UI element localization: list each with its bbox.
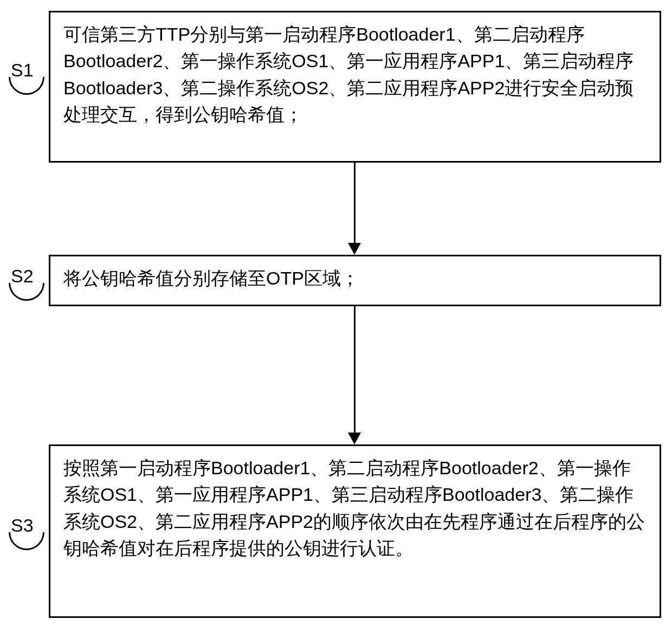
step-text-s3: 按照第一启动程序Bootloader1、第二启动程序Bootloader2、第一… xyxy=(63,457,645,558)
arrow-head-s1-s2 xyxy=(348,243,361,255)
step-arc-s1 xyxy=(9,77,44,95)
step-box-s1: 可信第三方TTP分别与第一启动程序Bootloader1、第二启动程序Bootl… xyxy=(49,11,661,163)
step-arc-s2 xyxy=(9,283,44,301)
step-box-s3: 按照第一启动程序Bootloader1、第二启动程序Bootloader2、第一… xyxy=(49,444,661,618)
step-arc-s3 xyxy=(9,532,44,550)
arrow-head-s2-s3 xyxy=(348,433,361,444)
step-text-s1: 可信第三方TTP分别与第一启动程序Bootloader1、第二启动程序Bootl… xyxy=(63,24,634,125)
flowchart-canvas: S1 可信第三方TTP分别与第一启动程序Bootloader1、第二启动程序Bo… xyxy=(0,0,672,632)
arrow-s2-s3 xyxy=(354,306,356,434)
step-text-s2: 将公钥哈希值分别存储至OTP区域； xyxy=(63,268,359,288)
arrow-s1-s2 xyxy=(354,163,356,244)
step-box-s2: 将公钥哈希值分别存储至OTP区域； xyxy=(49,255,661,306)
